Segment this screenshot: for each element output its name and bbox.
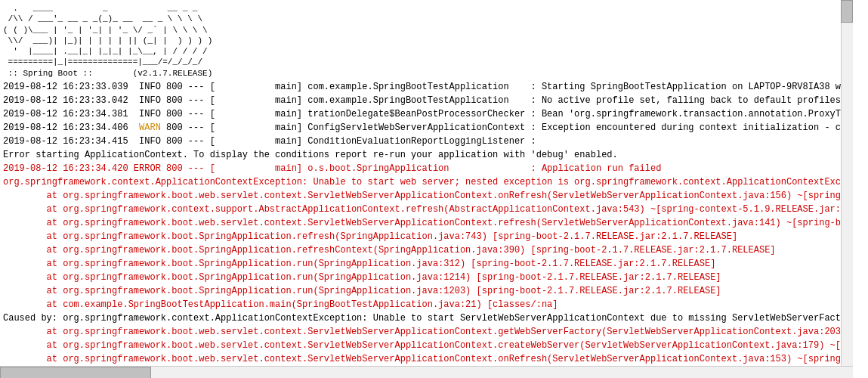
vertical-scrollbar[interactable]: [841, 0, 853, 378]
console-container: . ____ _ __ _ _ /\\ / ___'_ __ _ _(_)_ _…: [0, 0, 853, 378]
log-line: at org.springframework.context.support.A…: [3, 203, 853, 216]
content-area: . ____ _ __ _ _ /\\ / ___'_ __ _ _(_)_ _…: [0, 0, 853, 366]
log-line: 2019-08-12 16:23:34.381 INFO 800 --- [ m…: [3, 107, 853, 121]
horizontal-scrollbar[interactable]: [0, 366, 853, 378]
log-line: Caused by: org.springframework.context.A…: [3, 311, 853, 325]
log-line: at org.springframework.boot.SpringApplic…: [3, 284, 853, 298]
log-line: at org.springframework.boot.web.servlet.…: [3, 325, 853, 339]
log-line: at org.springframework.boot.SpringApplic…: [3, 230, 853, 243]
log-line: 2019-08-12 16:23:33.042 INFO 800 --- [ m…: [3, 94, 853, 107]
scrollbar-thumb[interactable]: [841, 0, 853, 23]
log-line: at org.springframework.boot.web.servlet.…: [3, 216, 853, 230]
log-line: at org.springframework.boot.web.servlet.…: [3, 189, 853, 203]
log-line: at org.springframework.boot.web.servlet.…: [3, 339, 853, 352]
log-line: at org.springframework.boot.SpringApplic…: [3, 243, 853, 257]
log-line: 2019-08-12 16:23:34.420 ERROR 800 --- [ …: [3, 162, 853, 175]
log-line: org.springframework.context.ApplicationC…: [3, 175, 853, 189]
log-line: at com.example.SpringBootTestApplication…: [3, 298, 853, 311]
log-lines: 2019-08-12 16:23:33.039 INFO 800 --- [ m…: [3, 80, 853, 366]
log-line: Error starting ApplicationContext. To di…: [3, 148, 853, 162]
log-line: at org.springframework.boot.SpringApplic…: [3, 271, 853, 284]
spring-logo: . ____ _ __ _ _ /\\ / ___'_ __ _ _(_)_ _…: [3, 0, 853, 80]
horizontal-scrollbar-thumb[interactable]: [0, 367, 151, 378]
log-line: at org.springframework.boot.SpringApplic…: [3, 257, 853, 271]
log-line: 2019-08-12 16:23:34.406 WARN 800 --- [ m…: [3, 121, 853, 135]
log-line: 2019-08-12 16:23:33.039 INFO 800 --- [ m…: [3, 80, 853, 94]
log-line: 2019-08-12 16:23:34.415 INFO 800 --- [ m…: [3, 135, 853, 148]
log-line: at org.springframework.boot.web.servlet.…: [3, 352, 853, 366]
